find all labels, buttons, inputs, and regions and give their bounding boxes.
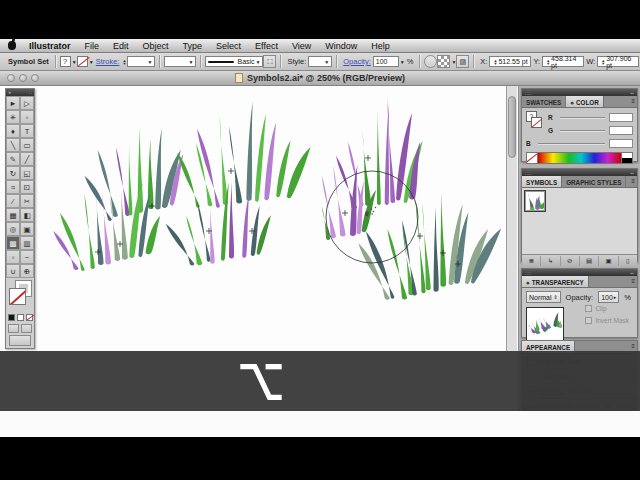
none-chip[interactable]: [26, 314, 33, 321]
screen-mode-normal-button[interactable]: [8, 324, 19, 333]
menu-select[interactable]: Select: [209, 41, 248, 51]
transparency-thumbnail[interactable]: [526, 307, 564, 341]
transparency-panel-menu-icon[interactable]: ≡: [631, 278, 635, 284]
menu-effect[interactable]: Effect: [248, 41, 285, 51]
transparency-opacity-field[interactable]: 100▸: [598, 291, 619, 303]
grass-symbol-thumbnail[interactable]: [525, 191, 545, 211]
apple-logo-icon[interactable]: [8, 41, 16, 50]
appearance-panel-menu-icon[interactable]: ≡: [631, 343, 635, 349]
coord-field-x[interactable]: ▲▼512.55 pt: [489, 56, 531, 67]
isolate-button[interactable]: ▨: [456, 55, 469, 68]
shape-mode-button[interactable]: [424, 55, 437, 68]
scissors-tool[interactable]: ✂: [20, 194, 34, 208]
delete-symbol-icon[interactable]: ▯: [619, 256, 637, 266]
artboard-tool[interactable]: ▫: [6, 250, 20, 264]
fill-swatch[interactable]: ?: [60, 56, 71, 67]
canvas-artwork[interactable]: [0, 86, 518, 351]
zoom-tool[interactable]: ⊕: [20, 264, 34, 278]
eyedropper-tool[interactable]: ⁄: [6, 194, 20, 208]
invert-mask-checkbox[interactable]: [585, 317, 592, 324]
stroke-proxy-none[interactable]: [531, 117, 542, 128]
color-spectrum[interactable]: [526, 152, 633, 164]
mesh-tool[interactable]: ▦: [6, 208, 20, 222]
opacity-field[interactable]: 100: [373, 56, 399, 67]
place-symbol-icon[interactable]: ↳: [541, 256, 560, 266]
white-black-swatches[interactable]: [621, 153, 632, 163]
coord-field-w[interactable]: ▲▼307.906 pt: [597, 56, 639, 67]
scrollbar-thumb[interactable]: [508, 96, 516, 158]
fill-indicator-none[interactable]: [9, 288, 26, 305]
grass-symbol-set[interactable]: [177, 102, 310, 208]
variable-width-dropdown[interactable]: ▼: [164, 56, 196, 67]
grass-symbol-set[interactable]: [166, 181, 271, 265]
selection-tool[interactable]: ►: [6, 96, 20, 110]
brush-dropdown[interactable]: Basic ▼: [205, 56, 263, 67]
lasso-tool[interactable]: ◦: [20, 110, 34, 124]
blend-tool[interactable]: ◎: [6, 222, 20, 236]
stroke-weight-stepper[interactable]: ▲▼: [123, 59, 127, 65]
graph-tool[interactable]: ▥: [20, 236, 34, 250]
screen-mode-wide-button[interactable]: [9, 335, 31, 346]
tab-transparency[interactable]: ⋄TRANSPARENCY: [522, 276, 589, 287]
free-transform-tool[interactable]: ⊡: [20, 180, 34, 194]
symbols-panel-menu-icon[interactable]: ≡: [631, 178, 635, 184]
new-symbol-icon[interactable]: ▣: [599, 256, 618, 266]
line-tool[interactable]: ╲: [6, 138, 20, 152]
opacity-dropdown-arrow[interactable]: ▼: [400, 59, 405, 65]
menu-object[interactable]: Object: [136, 41, 176, 51]
magic-wand-tool[interactable]: ✳: [6, 110, 20, 124]
coord-field-y[interactable]: ▲▼458.314 pt: [542, 56, 584, 67]
tab-symbols[interactable]: SYMBOLS: [522, 176, 562, 187]
tab-swatches[interactable]: SWATCHES: [522, 96, 566, 107]
direct-selection-tool[interactable]: ▷: [20, 96, 34, 110]
rectangle-tool[interactable]: ▭: [20, 138, 34, 152]
grass-symbol-set[interactable]: [85, 127, 184, 221]
r-value-field[interactable]: [609, 113, 633, 122]
blend-mode-dropdown[interactable]: Normal⇕: [526, 291, 561, 303]
rotate-tool[interactable]: ↻: [6, 166, 20, 180]
pencil-tool[interactable]: ╱: [20, 152, 34, 166]
grass-symbol-set[interactable]: [336, 98, 423, 210]
symbol-options-icon[interactable]: ▤: [580, 256, 599, 266]
g-value-field[interactable]: [609, 126, 633, 135]
tab-color[interactable]: ⋄COLOR: [566, 96, 604, 107]
opacity-link[interactable]: Opacity:: [343, 57, 371, 66]
menu-help[interactable]: Help: [364, 41, 397, 51]
color-panel-menu-icon[interactable]: ≡: [631, 98, 635, 104]
g-slider[interactable]: [560, 130, 605, 131]
style-dropdown[interactable]: ▼: [308, 56, 332, 67]
stroke-weight-field[interactable]: ▼: [127, 56, 155, 67]
gradient-tool[interactable]: ◧: [20, 208, 34, 222]
live-paint-bucket-tool[interactable]: ▣: [20, 222, 34, 236]
color-fill-stroke[interactable]: ?: [526, 111, 546, 131]
symbols-panel-grip[interactable]: ∷∷▪▪: [522, 169, 637, 176]
opacity-mask-button[interactable]: [437, 55, 450, 68]
menu-window[interactable]: Window: [318, 41, 364, 51]
symbol-sprayer-tool[interactable]: ▩: [6, 236, 20, 250]
stroke-link[interactable]: Stroke:: [96, 57, 120, 66]
b-value-field[interactable]: [609, 139, 633, 148]
scale-tool[interactable]: ◱: [20, 166, 34, 180]
r-slider[interactable]: [560, 117, 605, 118]
menu-view[interactable]: View: [285, 41, 318, 51]
symbol-libraries-icon[interactable]: ≣: [522, 256, 541, 266]
b-slider[interactable]: [538, 143, 605, 144]
stroke-swatch[interactable]: [77, 56, 88, 67]
warp-tool[interactable]: ≈: [6, 180, 20, 194]
slice-tool[interactable]: −: [20, 250, 34, 264]
pen-tool[interactable]: ♦: [6, 124, 20, 138]
color-chip[interactable]: [8, 314, 15, 321]
transparency-panel-grip[interactable]: ∷∷▪▪: [522, 269, 637, 276]
type-tool[interactable]: T: [20, 124, 34, 138]
menu-file[interactable]: File: [78, 41, 107, 51]
tab-graphic-styles[interactable]: GRAPHIC STYLES: [562, 176, 626, 187]
menu-edit[interactable]: Edit: [106, 41, 136, 51]
gradient-chip[interactable]: [17, 314, 24, 321]
clip-checkbox[interactable]: [585, 305, 592, 312]
fill-stroke-indicator[interactable]: [8, 280, 32, 312]
vertical-scrollbar[interactable]: [506, 86, 517, 351]
grass-symbol-set[interactable]: [53, 181, 160, 271]
screen-mode-full-button[interactable]: [21, 324, 32, 333]
none-swatch[interactable]: [527, 153, 538, 163]
spectrum-bar[interactable]: [538, 153, 621, 163]
